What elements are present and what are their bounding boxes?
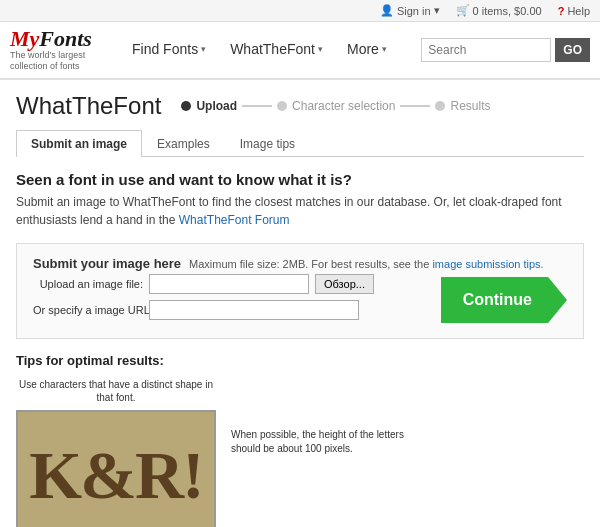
tab-examples[interactable]: Examples	[142, 130, 225, 157]
search-input[interactable]	[421, 38, 551, 62]
desc-body: Submit an image to WhatTheFont to find t…	[16, 193, 584, 229]
step-dot-results	[435, 101, 445, 111]
submit-title-sub: Maximum file size: 2MB. For best results…	[189, 258, 544, 270]
url-field-row: Or specify a image URL:	[33, 300, 431, 320]
main-description: Seen a font in use and want to know what…	[16, 171, 584, 229]
person-icon: 👤	[380, 4, 394, 17]
help-item[interactable]: ? Help	[558, 5, 590, 17]
submit-area: Submit your image here Maximum file size…	[16, 243, 584, 339]
find-fonts-label: Find Fonts	[132, 41, 198, 57]
logo-text: MyFonts	[10, 28, 100, 50]
form-fields: Upload an image file: Обзор... Or specif…	[33, 274, 431, 326]
step-line-2	[400, 105, 430, 107]
wtf-header: WhatTheFont Upload Character selection R…	[16, 92, 584, 120]
step-results: Results	[435, 99, 490, 113]
cart-label: 0 items, $0.00	[473, 5, 542, 17]
tab-image-tips[interactable]: Image tips	[225, 130, 310, 157]
find-fonts-nav[interactable]: Find Fonts ▾	[120, 21, 218, 79]
signin-label[interactable]: Sign in	[397, 5, 431, 17]
image-tips-link[interactable]: image submission tips.	[432, 258, 543, 270]
page-title: WhatTheFont	[16, 92, 161, 120]
step-dot-char	[277, 101, 287, 111]
submit-title: Submit your image here Maximum file size…	[33, 256, 567, 271]
cart-item[interactable]: 🛒 0 items, $0.00	[456, 4, 542, 17]
tip-right-text: When possible, the height of the letters…	[231, 428, 411, 456]
file-input[interactable]	[149, 274, 309, 294]
tabs: Submit an image Examples Image tips	[16, 130, 584, 157]
step-upload: Upload	[181, 99, 237, 113]
tip-above-text: Use characters that have a distinct shap…	[16, 378, 216, 404]
more-caret: ▾	[382, 44, 387, 54]
progress-steps: Upload Character selection Results	[181, 99, 490, 113]
signin-caret: ▾	[434, 4, 440, 17]
logo[interactable]: MyFonts The world's largest collection o…	[10, 28, 100, 72]
whatthefont-label: WhatTheFont	[230, 41, 315, 57]
search-area: GO	[421, 38, 590, 62]
step-char: Character selection	[277, 99, 395, 113]
step-dot-upload	[181, 101, 191, 111]
nav-bar: MyFonts The world's largest collection o…	[0, 22, 600, 80]
more-label: More	[347, 41, 379, 57]
submit-title-main: Submit your image here	[33, 256, 181, 271]
step-label-upload: Upload	[196, 99, 237, 113]
signin-item[interactable]: 👤 Sign in ▾	[380, 4, 440, 17]
tips-section: Tips for optimal results: Use characters…	[16, 353, 584, 527]
tab-submit-image[interactable]: Submit an image	[16, 130, 142, 157]
step-label-results: Results	[450, 99, 490, 113]
page-content: WhatTheFont Upload Character selection R…	[0, 80, 600, 527]
step-line-1	[242, 105, 272, 107]
upload-field-row: Upload an image file: Обзор...	[33, 274, 431, 294]
kr-text: K&R!	[29, 441, 202, 509]
kr-image: K&R!	[16, 410, 216, 527]
find-fonts-caret: ▾	[201, 44, 206, 54]
logo-sub: The world's largest collection of fonts	[10, 50, 100, 72]
help-icon: ?	[558, 5, 565, 17]
cart-icon: 🛒	[456, 4, 470, 17]
more-nav[interactable]: More ▾	[335, 21, 399, 79]
browse-button[interactable]: Обзор...	[315, 274, 374, 294]
go-button[interactable]: GO	[555, 38, 590, 62]
url-input[interactable]	[149, 300, 359, 320]
nav-links: Find Fonts ▾ WhatTheFont ▾ More ▾	[120, 21, 421, 79]
desc-heading: Seen a font in use and want to know what…	[16, 171, 584, 188]
help-label: Help	[567, 5, 590, 17]
whatthefont-caret: ▾	[318, 44, 323, 54]
forum-link[interactable]: WhatTheFont Forum	[179, 213, 290, 227]
step-label-char: Character selection	[292, 99, 395, 113]
tips-title: Tips for optimal results:	[16, 353, 584, 368]
continue-button[interactable]: Continue	[441, 277, 567, 323]
top-bar: 👤 Sign in ▾ 🛒 0 items, $0.00 ? Help	[0, 0, 600, 22]
upload-label: Upload an image file:	[33, 278, 143, 290]
whatthefont-nav[interactable]: WhatTheFont ▾	[218, 21, 335, 79]
submit-inner: Upload an image file: Обзор... Or specif…	[33, 274, 567, 326]
url-label: Or specify a image URL:	[33, 304, 143, 316]
